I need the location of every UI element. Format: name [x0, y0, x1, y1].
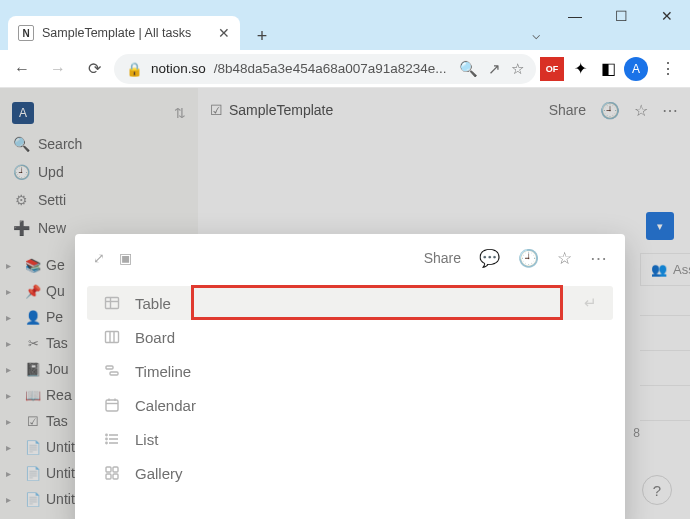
view-option-gallery[interactable]: Gallery — [87, 456, 613, 490]
svg-point-16 — [106, 438, 107, 439]
svg-rect-8 — [106, 400, 118, 411]
bookmark-star-icon[interactable]: ☆ — [511, 60, 524, 78]
board-icon — [103, 329, 121, 345]
table-icon — [103, 295, 121, 311]
view-option-calendar[interactable]: Calendar — [87, 388, 613, 422]
list-icon — [103, 431, 121, 447]
view-option-label: Calendar — [135, 397, 196, 414]
view-option-label: List — [135, 431, 158, 448]
expand-icon[interactable]: ⤢ — [93, 250, 105, 266]
clock-icon[interactable]: 🕘 — [518, 248, 539, 269]
svg-rect-7 — [110, 372, 118, 375]
popover-header: ⤢ ▣ Share 💬 🕘 ☆ ⋯ — [75, 234, 625, 282]
view-option-label: Board — [135, 329, 175, 346]
minimize-button[interactable]: — — [552, 0, 598, 32]
sidepanel-icon[interactable]: ◧ — [596, 57, 620, 81]
view-type-list: Table ↵ Board Timeline Calendar List — [75, 282, 625, 494]
view-option-table[interactable]: Table ↵ — [87, 286, 613, 320]
popover-share-button[interactable]: Share — [424, 250, 461, 266]
share-url-icon[interactable]: ↗ — [488, 60, 501, 78]
svg-rect-21 — [113, 474, 118, 479]
svg-point-17 — [106, 442, 107, 443]
gallery-icon — [103, 465, 121, 481]
svg-rect-20 — [106, 474, 111, 479]
browser-tab[interactable]: N SampleTemplate | All tasks ✕ — [8, 16, 240, 50]
calendar-icon — [103, 397, 121, 413]
view-type-popover: ⤢ ▣ Share 💬 🕘 ☆ ⋯ Table ↵ Board — [75, 234, 625, 519]
view-option-label: Table — [135, 295, 171, 312]
view-option-board[interactable]: Board — [87, 320, 613, 354]
view-option-timeline[interactable]: Timeline — [87, 354, 613, 388]
close-window-button[interactable]: ✕ — [644, 0, 690, 32]
browser-menu-icon[interactable]: ⋮ — [652, 53, 684, 85]
browser-toolbar: ← → ⟳ 🔒 notion.so/8b48da5a3e454a68a007a9… — [0, 50, 690, 88]
view-option-list[interactable]: List — [87, 422, 613, 456]
svg-point-15 — [106, 434, 107, 435]
notion-favicon: N — [18, 25, 34, 41]
timeline-icon — [103, 363, 121, 379]
svg-rect-3 — [106, 332, 119, 343]
new-tab-button[interactable]: + — [248, 22, 276, 50]
extensions-icon[interactable]: ✦ — [568, 57, 592, 81]
lock-icon: 🔒 — [126, 61, 143, 77]
back-button[interactable]: ← — [6, 53, 38, 85]
notion-app: A ⇅ 🔍Search 🕘Upd ⚙Setti ➕New ▸📚Ge ▸📌Qu ▸… — [0, 88, 690, 519]
extension-of[interactable]: OF — [540, 57, 564, 81]
svg-rect-6 — [106, 366, 113, 369]
comment-icon[interactable]: 💬 — [479, 248, 500, 269]
tabs-overflow-icon[interactable]: ⌵ — [532, 26, 540, 42]
maximize-button[interactable]: ☐ — [598, 0, 644, 32]
svg-rect-19 — [113, 467, 118, 472]
peek-icon[interactable]: ▣ — [119, 250, 132, 266]
more-icon[interactable]: ⋯ — [590, 248, 607, 269]
search-icon[interactable]: 🔍 — [459, 60, 478, 78]
profile-avatar[interactable]: A — [624, 57, 648, 81]
star-icon[interactable]: ☆ — [557, 248, 572, 269]
enter-icon: ↵ — [584, 294, 597, 312]
tab-title: SampleTemplate | All tasks — [42, 26, 210, 40]
reload-button[interactable]: ⟳ — [78, 53, 110, 85]
address-bar[interactable]: 🔒 notion.so/8b48da5a3e454a68a007a91a8234… — [114, 54, 536, 84]
svg-rect-0 — [106, 298, 119, 309]
forward-button[interactable]: → — [42, 53, 74, 85]
svg-rect-18 — [106, 467, 111, 472]
view-option-label: Timeline — [135, 363, 191, 380]
url-path: /8b48da5a3e454a68a007a91a8234e... — [214, 61, 447, 76]
tab-close-icon[interactable]: ✕ — [218, 25, 230, 41]
url-domain: notion.so — [151, 61, 206, 76]
view-option-label: Gallery — [135, 465, 183, 482]
window-controls: — ☐ ✕ — [552, 0, 690, 32]
